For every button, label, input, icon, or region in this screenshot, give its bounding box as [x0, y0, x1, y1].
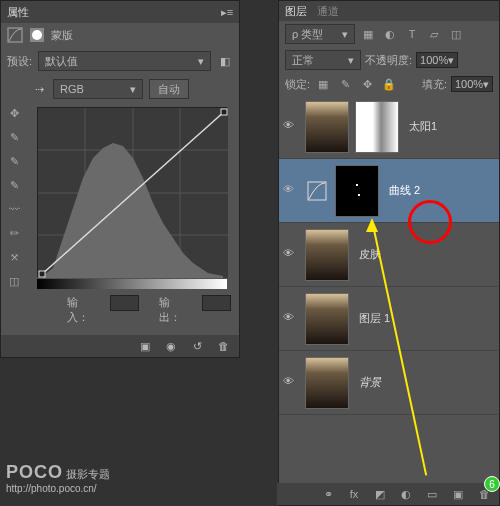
layer-thumb[interactable]: [305, 357, 349, 409]
curve-smooth-icon[interactable]: 〰: [4, 200, 24, 218]
layer-name[interactable]: 曲线 2: [389, 183, 420, 198]
sampler-gray-icon[interactable]: ✎: [4, 152, 24, 170]
lock-label: 锁定:: [285, 77, 310, 92]
sampler-white-icon[interactable]: ✎: [4, 128, 24, 146]
preset-select[interactable]: 默认值▾: [38, 51, 211, 71]
visibility-icon[interactable]: 👁: [283, 375, 299, 391]
layer-name[interactable]: 太阳1: [409, 119, 437, 134]
lock-trans-icon[interactable]: ▦: [314, 76, 332, 92]
visibility-icon[interactable]: 👁: [283, 311, 299, 327]
fill-label: 填充:: [422, 77, 447, 92]
hand-grab-icon[interactable]: ⤧: [4, 248, 24, 266]
adjustment-add-icon[interactable]: ◐: [397, 486, 415, 502]
new-layer-icon[interactable]: ▣: [449, 486, 467, 502]
on-image-tool-icon[interactable]: ✥: [4, 104, 24, 122]
lock-all-icon[interactable]: 🔒: [380, 76, 398, 92]
filter-smart-icon[interactable]: ◫: [447, 26, 465, 42]
svg-rect-11: [39, 271, 45, 277]
mask-add-icon[interactable]: ◩: [371, 486, 389, 502]
reset-icon[interactable]: ↺: [189, 338, 205, 354]
curves-adjustment-icon: [305, 183, 329, 199]
layer-name[interactable]: 背景: [359, 375, 381, 390]
opacity-label: 不透明度:: [365, 53, 412, 68]
lock-paint-icon[interactable]: ✎: [336, 76, 354, 92]
preset-label: 预设:: [7, 54, 32, 69]
tab-channels[interactable]: 通道: [317, 4, 339, 19]
mask-icon: [29, 27, 45, 43]
channel-select[interactable]: RGB▾: [53, 79, 143, 99]
layer-thumb[interactable]: [305, 101, 349, 153]
channel-target-icon[interactable]: ⇢: [31, 81, 47, 97]
svg-rect-13: [308, 182, 326, 200]
layer-row[interactable]: 👁 曲线 2: [279, 159, 499, 223]
svg-point-2: [32, 30, 42, 40]
trash-icon[interactable]: 🗑: [215, 338, 231, 354]
layer-thumb[interactable]: [305, 293, 349, 345]
fx-icon[interactable]: fx: [345, 486, 363, 502]
opacity-field[interactable]: 100%▾: [416, 52, 458, 68]
badge: 6: [484, 476, 500, 492]
layer-row[interactable]: 👁 背景: [279, 351, 499, 415]
blend-mode-select[interactable]: 正常▾: [285, 50, 361, 70]
layer-thumb[interactable]: [305, 229, 349, 281]
tab-properties[interactable]: 属性: [7, 5, 29, 20]
kind-select[interactable]: ρ 类型▾: [285, 24, 355, 44]
input-label: 输入：: [67, 295, 90, 325]
clip-icon[interactable]: ▣: [137, 338, 153, 354]
curve-pencil-icon[interactable]: ✏: [4, 224, 24, 242]
curves-adjustment-icon: [7, 27, 23, 43]
filter-type-icon[interactable]: T: [403, 26, 421, 42]
visibility-icon[interactable]: 👁: [283, 247, 299, 263]
gradient-strip[interactable]: [37, 279, 227, 289]
layer-row[interactable]: 👁 图层 1: [279, 287, 499, 351]
layer-name[interactable]: 图层 1: [359, 311, 390, 326]
cube-icon[interactable]: ◧: [217, 53, 233, 69]
output-label: 输出：: [159, 295, 182, 325]
panel-menu-icon[interactable]: ▸≡: [221, 6, 233, 18]
layer-row[interactable]: 👁 皮肤: [279, 223, 499, 287]
fill-field[interactable]: 100%▾: [451, 76, 493, 92]
lock-move-icon[interactable]: ✥: [358, 76, 376, 92]
view-previous-icon[interactable]: ◉: [163, 338, 179, 354]
layer-mask-thumb[interactable]: [335, 165, 379, 217]
group-icon[interactable]: ▭: [423, 486, 441, 502]
curves-graph[interactable]: [37, 107, 227, 277]
layer-row[interactable]: 👁 太阳1: [279, 95, 499, 159]
filter-pixel-icon[interactable]: ▦: [359, 26, 377, 42]
svg-rect-12: [221, 109, 227, 115]
filter-shape-icon[interactable]: ▱: [425, 26, 443, 42]
visibility-icon[interactable]: 👁: [283, 183, 299, 199]
histogram-toggle-icon[interactable]: ◫: [4, 272, 24, 290]
auto-button[interactable]: 自动: [149, 79, 189, 99]
visibility-icon[interactable]: 👁: [283, 119, 299, 135]
input-field[interactable]: [110, 295, 139, 311]
tab-layers[interactable]: 图层: [285, 4, 307, 19]
output-field[interactable]: [202, 295, 231, 311]
filter-adj-icon[interactable]: ◐: [381, 26, 399, 42]
layer-mask-thumb[interactable]: [355, 101, 399, 153]
layer-name[interactable]: 皮肤: [359, 247, 381, 262]
sampler-black-icon[interactable]: ✎: [4, 176, 24, 194]
watermark: POCO 摄影专题 http://photo.poco.cn/: [6, 462, 110, 494]
mask-label: 蒙版: [51, 28, 73, 43]
link-icon[interactable]: ⚭: [319, 486, 337, 502]
